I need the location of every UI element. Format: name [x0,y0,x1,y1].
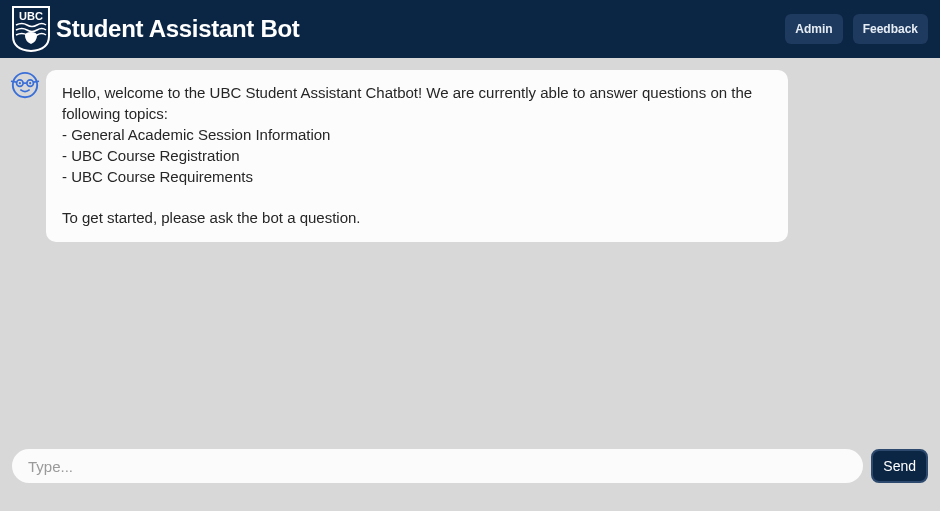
svg-text:UBC: UBC [19,10,43,22]
svg-point-4 [19,82,21,84]
header-right: Admin Feedback [785,14,928,44]
admin-button[interactable]: Admin [785,14,842,44]
welcome-intro: Hello, welcome to the UBC Student Assist… [62,82,772,124]
chat-area: Hello, welcome to the UBC Student Assist… [0,58,940,439]
bot-avatar-icon [10,70,40,100]
topic-item: - General Academic Session Information [62,124,772,145]
svg-line-7 [11,81,17,82]
bot-message-row: Hello, welcome to the UBC Student Assist… [10,70,930,242]
composer: Send [0,439,940,511]
header-left: UBC Student Assistant Bot [12,6,300,52]
message-input[interactable] [12,449,863,483]
svg-point-5 [29,82,31,84]
welcome-outro: To get started, please ask the bot a que… [62,207,772,228]
bot-message-bubble: Hello, welcome to the UBC Student Assist… [46,70,788,242]
feedback-button[interactable]: Feedback [853,14,928,44]
topic-item: - UBC Course Requirements [62,166,772,187]
ubc-logo-icon: UBC [12,6,50,52]
svg-line-8 [33,81,39,82]
topic-item: - UBC Course Registration [62,145,772,166]
app-header: UBC Student Assistant Bot Admin Feedback [0,0,940,58]
send-button[interactable]: Send [871,449,928,483]
app-title: Student Assistant Bot [56,15,300,43]
